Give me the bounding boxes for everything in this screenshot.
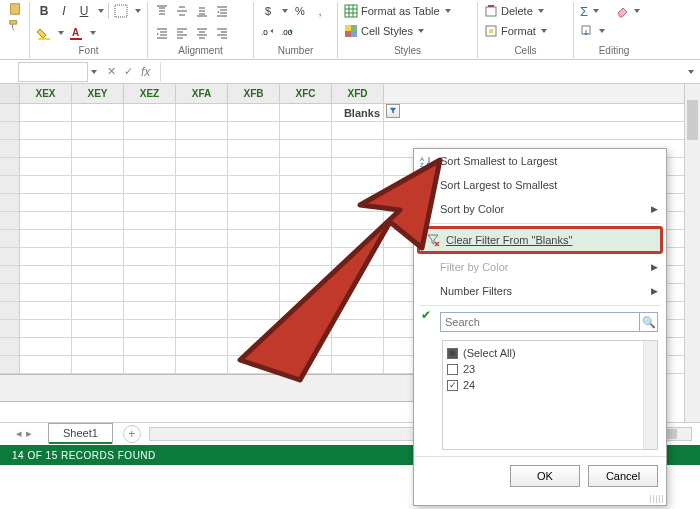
cell[interactable] [176,302,228,319]
col-head-xfb[interactable]: XFB [228,84,280,103]
cell[interactable] [176,212,228,229]
cell[interactable] [332,176,384,193]
cell[interactable] [20,302,72,319]
bold-button[interactable]: B [36,2,52,20]
cell[interactable] [124,122,176,139]
cell[interactable] [124,266,176,283]
cell[interactable] [280,158,332,175]
italic-button[interactable]: I [56,2,72,20]
fill-button[interactable] [580,22,605,40]
cell[interactable] [72,104,124,121]
vertical-scrollbar[interactable] [684,84,700,443]
cell[interactable] [332,158,384,175]
cell[interactable] [228,230,280,247]
cell[interactable] [72,212,124,229]
cell[interactable] [332,284,384,301]
header-cell-blanks[interactable]: Blanks [332,104,384,121]
cell[interactable] [228,266,280,283]
cell[interactable] [124,284,176,301]
col-head-xfd[interactable]: XFD [332,84,384,103]
cell[interactable] [124,158,176,175]
format-button[interactable]: Format [484,22,547,40]
tab-nav[interactable]: ◂ ▸ [0,427,48,440]
cell[interactable] [280,140,332,157]
col-head-xex[interactable]: XEX [20,84,72,103]
cell[interactable] [176,176,228,193]
cell[interactable] [124,212,176,229]
cell[interactable] [124,140,176,157]
fill-color-button[interactable] [36,24,52,42]
cell[interactable] [176,122,228,139]
align-top-icon[interactable] [154,2,170,20]
formula-expand-icon[interactable] [688,70,694,74]
row-head[interactable] [0,194,20,211]
cell[interactable] [332,320,384,337]
border-caret-icon[interactable] [135,9,141,13]
cell[interactable] [72,122,124,139]
row-head[interactable] [0,284,20,301]
cell[interactable] [228,158,280,175]
row-head[interactable] [0,266,20,283]
search-icon[interactable]: 🔍 [640,312,658,332]
cell[interactable] [20,176,72,193]
cell[interactable] [332,266,384,283]
cell[interactable] [72,248,124,265]
cell[interactable] [176,104,228,121]
cell[interactable] [124,230,176,247]
percent-button[interactable]: % [292,2,308,20]
cell[interactable] [228,104,280,121]
format-painter-icon[interactable] [8,18,22,32]
row-head[interactable] [0,230,20,247]
cell[interactable] [124,248,176,265]
align-bottom-icon[interactable] [194,2,210,20]
select-all-corner[interactable] [0,84,20,103]
col-head-xfc[interactable]: XFC [280,84,332,103]
cell[interactable] [332,230,384,247]
cell[interactable] [20,194,72,211]
indent-dec-icon[interactable] [214,2,230,20]
cell[interactable] [280,122,332,139]
comma-button[interactable]: , [312,2,328,20]
cell[interactable] [228,320,280,337]
cell[interactable] [124,302,176,319]
checkbox-unchecked-icon[interactable] [447,364,458,375]
cell[interactable] [72,140,124,157]
row-head[interactable] [0,140,20,157]
cell[interactable] [332,212,384,229]
cell[interactable] [280,104,332,121]
autosum-button[interactable]: Σ [580,2,599,20]
new-sheet-button[interactable]: + [123,425,141,443]
cell[interactable] [332,140,384,157]
menu-clear-filter[interactable]: Clear Filter From "Blanks" [420,229,660,251]
row-head[interactable] [0,158,20,175]
menu-sort-asc[interactable]: AZ Sort Smallest to Largest [414,149,666,173]
cell[interactable] [228,140,280,157]
cell[interactable] [332,302,384,319]
font-color-button[interactable]: A [68,24,84,42]
cell[interactable] [72,176,124,193]
cell[interactable] [72,320,124,337]
filter-search-input[interactable] [440,312,640,332]
decrease-decimal-icon[interactable]: .00 [280,24,296,42]
name-box-caret-icon[interactable] [91,70,97,74]
filter-value-item[interactable]: ✓ 24 [447,377,653,393]
confirm-formula-icon[interactable]: ✓ [124,65,133,78]
ok-button[interactable]: OK [510,465,580,487]
cell[interactable] [228,212,280,229]
cell[interactable] [332,356,384,373]
row-head[interactable] [0,104,20,121]
currency-caret-icon[interactable] [282,9,288,13]
cell[interactable] [20,212,72,229]
filter-value-select-all[interactable]: ■ (Select All) [447,345,653,361]
cell[interactable] [176,266,228,283]
cell-styles-button[interactable]: Cell Styles [344,22,424,40]
cell[interactable] [20,158,72,175]
cell[interactable] [72,302,124,319]
cell[interactable] [176,140,228,157]
fill-caret-icon[interactable] [58,31,64,35]
cell[interactable] [176,158,228,175]
cell[interactable] [228,356,280,373]
row-head[interactable] [0,356,20,373]
cell[interactable] [228,176,280,193]
cell[interactable] [72,284,124,301]
